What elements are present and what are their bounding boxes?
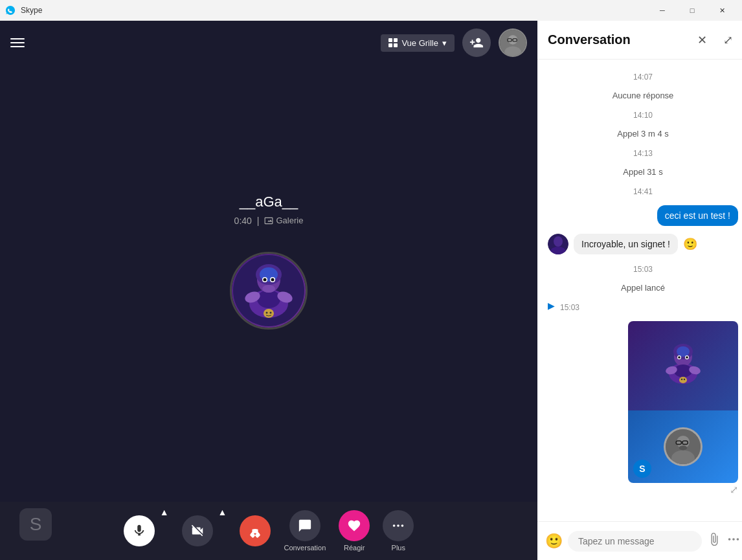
person-add-icon xyxy=(469,36,484,50)
expand-icon[interactable]: ⤢ xyxy=(730,484,738,495)
close-button[interactable]: ✕ xyxy=(707,0,737,21)
conversation-icon-circle xyxy=(289,510,320,541)
svg-point-39 xyxy=(681,379,682,380)
conversation-header-buttons: ✕ ⤢ xyxy=(691,30,738,50)
grid-icon xyxy=(388,38,398,47)
character-image xyxy=(232,254,306,328)
svg-point-14 xyxy=(264,278,267,281)
emoji-button[interactable]: 🙂 xyxy=(545,533,563,550)
participant-avatar xyxy=(230,252,308,330)
end-call-button[interactable] xyxy=(240,515,271,546)
msg-time-1503-image: 15:03 xyxy=(560,303,579,312)
msg-with-reaction: Incroyable, un signet ! 🙂 xyxy=(574,234,697,254)
more-ctrl-label: Plus xyxy=(392,544,405,552)
attach-icon xyxy=(707,532,721,546)
hamburger-button[interactable] xyxy=(10,38,25,47)
end-call-icon-circle xyxy=(240,515,271,546)
svg-point-49 xyxy=(679,445,688,450)
maximize-button[interactable]: □ xyxy=(677,0,707,21)
vue-grille-button[interactable]: Vue Grille ▾ xyxy=(381,34,455,52)
character-svg xyxy=(233,255,304,326)
skype-icon xyxy=(5,5,16,16)
galerie-label: Galerie xyxy=(276,216,303,225)
hamburger-line-2 xyxy=(10,42,25,43)
minimize-button[interactable]: ─ xyxy=(647,0,677,21)
galerie-button[interactable]: Galerie xyxy=(264,216,303,225)
msg-sent-row-1441: ceci est un test ! xyxy=(548,205,738,226)
video-chevron-button[interactable]: ▲ xyxy=(218,507,227,517)
msg-row-received-1441: Incroyable, un signet ! 🙂 xyxy=(548,234,738,254)
svg-point-51 xyxy=(732,538,735,541)
call-duration-text: 0:40 xyxy=(234,216,252,226)
send-arrow-icon: ▶ xyxy=(548,300,555,311)
react-button[interactable]: Réagir xyxy=(339,510,370,552)
msg-system-call-1410: Appel 3 m 4 s xyxy=(548,129,738,139)
attach-button[interactable] xyxy=(707,532,721,550)
sender-avatar-image xyxy=(548,234,568,254)
video-button[interactable] xyxy=(182,515,213,546)
svg-point-19 xyxy=(264,309,274,318)
call-header-right: Vue Grille ▾ xyxy=(381,28,527,57)
conversation-panel: Conversation ✕ ⤢ 14:07 Aucune réponse 14… xyxy=(537,21,742,560)
mic-chevron-button[interactable]: ▲ xyxy=(160,507,169,517)
img-bottom-person: S xyxy=(628,410,738,484)
svg-point-21 xyxy=(270,311,272,313)
msg-time-1410: 14:10 xyxy=(548,111,738,120)
expand-conversation-button[interactable]: ⤢ xyxy=(717,30,738,50)
video-off-icon xyxy=(190,524,205,538)
msg-bubble-sent-test: ceci est un test ! xyxy=(657,205,738,226)
msg-time-1413: 14:13 xyxy=(548,149,738,158)
svg-point-26 xyxy=(554,236,563,247)
msg-avatar-1441 xyxy=(548,234,568,254)
video-icon-circle xyxy=(182,515,213,546)
msg-image-call[interactable]: S xyxy=(628,321,738,483)
svg-point-35 xyxy=(678,356,680,359)
msg-image-container: S ⤢ xyxy=(628,321,738,483)
conversation-title: Conversation xyxy=(548,32,631,47)
expand-area: ⤢ xyxy=(730,484,738,496)
window-controls: ─ □ ✕ xyxy=(647,0,737,21)
person-avatar-in-image xyxy=(664,427,703,466)
more-button[interactable]: Plus xyxy=(383,510,414,552)
skype-watermark: S xyxy=(19,508,52,541)
emoji-reaction-button[interactable]: 🙂 xyxy=(683,237,697,251)
msg-time-1503: 15:03 xyxy=(548,265,738,274)
svg-point-24 xyxy=(401,524,404,527)
conversation-tab-button[interactable]: Conversation xyxy=(284,510,326,552)
msg-system-call-launched: Appel lancé xyxy=(548,283,738,293)
svg-point-40 xyxy=(684,379,685,380)
svg-point-15 xyxy=(271,278,275,281)
msg-content-received: Incroyable, un signet ! 🙂 xyxy=(574,234,697,254)
close-conversation-button[interactable]: ✕ xyxy=(691,30,712,50)
message-input[interactable] xyxy=(568,531,702,552)
svg-point-36 xyxy=(686,356,688,359)
add-contact-button[interactable] xyxy=(462,28,491,57)
skype-badge-in-image: S xyxy=(633,460,651,478)
user-avatar-image xyxy=(500,28,526,57)
mic-button[interactable] xyxy=(124,515,155,546)
ellipsis-icon xyxy=(391,519,405,533)
react-ctrl-label: Réagir xyxy=(344,544,365,552)
chevron-down-icon: ▾ xyxy=(442,38,447,48)
call-controls: ▲ ▲ xyxy=(0,502,537,560)
msg-image-row: ▶ 15:03 xyxy=(548,300,738,313)
person-avatar-svg xyxy=(666,427,701,466)
svg-point-20 xyxy=(266,311,268,313)
msg-image-sent-row: S ⤢ xyxy=(548,321,738,483)
img-top-character xyxy=(628,321,738,410)
call-info: 0:40 | Galerie xyxy=(234,216,304,226)
svg-point-16 xyxy=(262,285,275,293)
svg-point-50 xyxy=(728,538,731,541)
more-icon-circle xyxy=(383,510,414,541)
phone-end-icon xyxy=(247,523,263,539)
main-layout: Vue Grille ▾ xyxy=(0,21,742,560)
titlebar: Skype ─ □ ✕ xyxy=(0,0,742,21)
user-avatar xyxy=(499,28,527,57)
msg-time-1407: 14:07 xyxy=(548,73,738,82)
more-input-button[interactable] xyxy=(726,532,741,550)
svg-point-22 xyxy=(393,524,396,527)
msg-bubble-received-signet: Incroyable, un signet ! xyxy=(574,234,678,254)
titlebar-left: Skype xyxy=(5,5,42,16)
react-icon-circle xyxy=(339,510,370,541)
more-dots-icon xyxy=(726,532,741,546)
